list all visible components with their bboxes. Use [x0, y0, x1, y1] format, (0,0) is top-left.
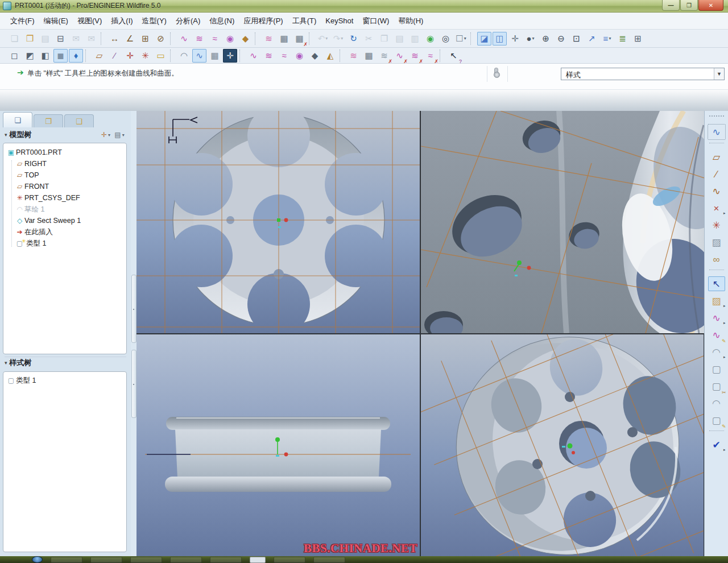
style-colormap-button[interactable]: ◉ — [292, 49, 307, 63]
datum-plane-button[interactable]: ▱ — [708, 150, 725, 164]
viewport-front[interactable] — [136, 111, 420, 333]
panel-splitter[interactable] — [131, 111, 136, 556]
menu-item[interactable]: 编辑(E) — [39, 13, 73, 29]
style-curve-button[interactable]: ∿ — [708, 184, 725, 198]
curvature-analysis-button[interactable]: ≈ — [208, 32, 222, 45]
taskbar-app-4[interactable] — [170, 557, 202, 563]
regenerate-button[interactable]: ↻ — [346, 32, 361, 45]
paste-button[interactable]: ▤ — [392, 32, 407, 45]
measure-angle-button[interactable]: ∠ — [123, 32, 137, 45]
style-tree-item[interactable]: ▢ 类型 1 — [3, 375, 126, 386]
style-trace-sketch-button[interactable]: ∿ — [708, 124, 726, 140]
wave-save-button[interactable]: ▦ — [362, 49, 376, 63]
favorites-tab[interactable]: ❑ — [64, 114, 94, 127]
viewport-detail[interactable] — [421, 111, 704, 333]
menu-item[interactable]: 视图(V) — [73, 13, 106, 29]
taskbar-app-5[interactable] — [210, 557, 242, 563]
context-help-button[interactable]: ↖? — [446, 49, 461, 63]
tree-item-front[interactable]: ▱ FRONT — [3, 181, 126, 192]
surface-connect-button[interactable]: ◠ — [708, 396, 725, 411]
tree-item-sweep[interactable]: ◇ Var Sect Sweep 1 — [3, 215, 126, 226]
curve-on-surface-button[interactable]: ◠ — [708, 345, 725, 359]
datum-point-button[interactable]: × — [708, 201, 725, 216]
taskbar-app-6[interactable] — [250, 557, 266, 563]
draft-analysis-button[interactable]: ◆ — [238, 32, 253, 45]
style-curve-analysis-button[interactable]: ∿ — [246, 49, 260, 63]
mesh-preview-button[interactable]: ▦ — [208, 49, 222, 63]
saved-orientation-button[interactable]: ♦ — [69, 49, 83, 63]
open-file-button[interactable]: ❐ — [23, 32, 37, 45]
menu-item[interactable]: 文件(F) — [6, 13, 39, 29]
print-button[interactable]: ⊟ — [53, 32, 68, 45]
redo-button[interactable]: ↷ — [331, 32, 345, 45]
collapse-arrow-icon[interactable]: ▾ — [5, 132, 7, 138]
menu-item[interactable]: 信息(N) — [205, 13, 239, 29]
tree-filters-button[interactable]: ✛ — [99, 130, 113, 140]
minimize-button[interactable]: — — [662, 0, 680, 11]
delete-all-analysis-button[interactable]: ≈✗ — [423, 49, 437, 63]
taskbar-app-1[interactable] — [51, 557, 82, 563]
datum-axis-button[interactable]: ∕ — [708, 167, 725, 181]
delete-surface-analysis-button[interactable]: ≋✗ — [408, 49, 422, 63]
undo-button[interactable]: ↶ — [316, 32, 330, 45]
mail-link-button[interactable]: ✉ — [84, 32, 98, 45]
wave-mute-button[interactable]: ≋✗ — [377, 49, 391, 63]
appearance-button[interactable]: ● — [523, 32, 537, 45]
delete-analysis-button[interactable]: ▦✗ — [292, 32, 307, 45]
style-curvature-button[interactable]: ≈ — [277, 49, 291, 63]
wave-display-button[interactable]: ≋ — [346, 49, 361, 63]
splitter-handle[interactable] — [131, 350, 136, 418]
refit-button[interactable]: ⊡ — [569, 32, 584, 45]
curve-analysis-button[interactable]: ∿ — [177, 32, 191, 45]
axis-display-button[interactable]: ∕ — [107, 49, 122, 63]
menu-item[interactable]: KeyShot — [321, 14, 358, 28]
edit-surface-button[interactable]: ▢✎ — [708, 413, 725, 428]
select-special-button[interactable]: ☐ — [454, 32, 468, 45]
style-section-button[interactable]: ◭ — [323, 49, 337, 63]
regenerate-status-button[interactable]: ◉ — [423, 32, 437, 45]
trim-surface-button[interactable]: ▢✂ — [708, 379, 725, 394]
restore-button[interactable]: ❐ — [680, 0, 698, 11]
start-button[interactable] — [32, 556, 43, 563]
measure-area-button[interactable]: ⊞ — [138, 32, 152, 45]
shaded-view-button[interactable]: ◼ — [53, 49, 68, 63]
taskbar-app-3[interactable] — [130, 557, 162, 563]
menu-item[interactable]: 帮助(H) — [394, 13, 428, 29]
create-curve-button[interactable]: ∿ — [708, 311, 725, 325]
csys-display-button[interactable]: ✳ — [138, 49, 152, 63]
folder-browser-tab[interactable]: ❐ — [34, 114, 63, 127]
tree-item-part[interactable]: ▣ PRT0001.PRT — [3, 147, 126, 158]
edit-curve-button[interactable]: ∿✎ — [708, 328, 725, 342]
quick-analysis-button[interactable]: ▦ — [277, 32, 291, 45]
taskbar-app-7[interactable] — [274, 557, 305, 563]
style-feature-combo[interactable]: 样式 ▼ — [561, 68, 725, 80]
done-button[interactable]: ✔ — [708, 437, 725, 452]
style-reflection-button[interactable]: ◆ — [308, 49, 322, 63]
spin-center-button[interactable]: ✛ — [508, 32, 522, 45]
saved-analysis-button[interactable]: ≋ — [262, 32, 276, 45]
window-settings-button[interactable]: ◪ — [477, 32, 491, 45]
csys-button[interactable]: ✳ — [708, 218, 725, 233]
create-surface-button[interactable]: ▢ — [708, 362, 725, 376]
search-button[interactable]: ◎ — [439, 32, 453, 45]
tree-item-right[interactable]: ▱ RIGHT — [3, 158, 126, 169]
colormap-analysis-button[interactable]: ◉ — [223, 32, 237, 45]
tree-item-sketch[interactable]: ◠ 草绘 1 — [3, 204, 126, 215]
measure-distance-button[interactable]: ↔ — [107, 32, 122, 45]
taskbar-app-8[interactable] — [313, 557, 345, 563]
tree-settings-button[interactable]: ▤ — [113, 130, 126, 140]
named-views-button[interactable]: ≡ — [600, 32, 614, 45]
tree-item-csys[interactable]: ✳ PRT_CSYS_DEF — [3, 192, 126, 204]
chain-button[interactable]: ∞ — [708, 252, 725, 267]
select-arrow-button[interactable]: ↖ — [708, 276, 725, 291]
grid-preview-button[interactable]: ✛ — [223, 49, 237, 63]
tree-item-style[interactable]: ▢ ✳ 类型 1 — [3, 238, 126, 249]
copy-button[interactable]: ❐ — [377, 32, 391, 45]
mail-attach-button[interactable]: ✉ — [69, 32, 83, 45]
menu-item[interactable]: 窗口(W) — [358, 13, 394, 29]
measure-diameter-button[interactable]: ⊘ — [154, 32, 168, 45]
viewport-3d[interactable] — [421, 334, 704, 556]
plane-display-button[interactable]: ▱ — [92, 49, 106, 63]
new-file-button[interactable]: ❏ — [7, 32, 22, 45]
point-display-button[interactable]: ✛ — [123, 49, 137, 63]
